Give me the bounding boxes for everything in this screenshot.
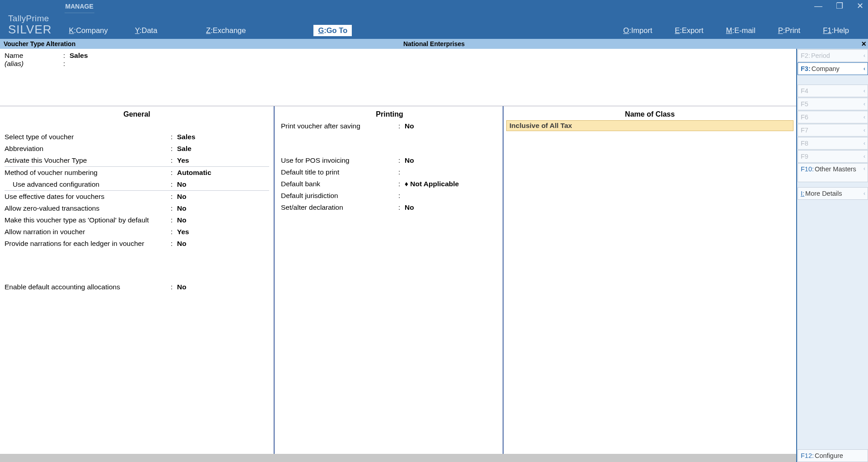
- row-optional[interactable]: Make this voucher type as 'Optional' by …: [5, 214, 269, 226]
- right-panel: F2:Period‹ F3:Company‹ F4‹ F5‹ F6‹ F7‹ F…: [797, 49, 868, 462]
- alias-label: (alias): [5, 60, 63, 68]
- subheader: Voucher Type Alteration National Enterpr…: [0, 39, 868, 49]
- rp-f3-company[interactable]: F3:Company‹: [798, 62, 868, 75]
- row-method[interactable]: Method of voucher numbering: Automatic: [5, 166, 269, 179]
- row-select-type[interactable]: Select type of voucher: Sales: [5, 131, 269, 143]
- close-icon[interactable]: ×: [861, 40, 866, 48]
- row-activate[interactable]: Activate this Voucher Type: Yes: [5, 155, 269, 166]
- main-area: Name : Sales (alias) : General Select ty…: [0, 49, 797, 462]
- menu-print[interactable]: P:Print: [774, 25, 805, 36]
- menu-email[interactable]: M:E-mail: [722, 25, 760, 36]
- app-name: TallyPrime: [8, 14, 52, 24]
- menu-data[interactable]: Y:Data: [131, 25, 162, 36]
- name-label: Name: [5, 52, 63, 60]
- app-brand: TallyPrime SILVER: [8, 14, 52, 36]
- company-name: National Enterprises: [403, 40, 465, 47]
- col-class: Name of Class Inclusive of All Tax: [504, 106, 796, 454]
- menu-help[interactable]: F1:Help: [818, 25, 854, 36]
- menu-import[interactable]: O:Import: [619, 25, 657, 36]
- row-default-alloc[interactable]: Enable default accounting allocations: N…: [5, 281, 269, 293]
- row-pos[interactable]: Use for POS invoicing: No: [281, 155, 498, 166]
- app-edition: SILVER: [8, 23, 52, 36]
- general-header: General: [5, 109, 269, 131]
- rp-f10-other-masters[interactable]: F10:Other Masters ‹: [798, 163, 868, 182]
- menu-export[interactable]: E:Export: [670, 25, 708, 36]
- rp-f8: F8‹: [798, 137, 868, 150]
- workspace: Name : Sales (alias) : General Select ty…: [0, 49, 868, 462]
- row-after-save[interactable]: Print voucher after saving: No: [281, 120, 498, 132]
- rp-f5: F5‹: [798, 98, 868, 110]
- rp-f6: F6‹: [798, 111, 868, 123]
- class-name-input[interactable]: Inclusive of All Tax: [506, 120, 793, 131]
- row-ledger-narr[interactable]: Provide narrations for each ledger in vo…: [5, 238, 269, 250]
- rp-f7: F7‹: [798, 124, 868, 137]
- menu-strip: K:Company Y:Data Z:Exchange G:Go To O:Im…: [65, 25, 864, 36]
- status-bar: [0, 454, 796, 462]
- row-jurisdiction[interactable]: Default jurisdiction:: [281, 190, 498, 202]
- col-general: General Select type of voucher: Sales Ab…: [0, 106, 275, 454]
- row-zero-val[interactable]: Allow zero-valued transactions: No: [5, 203, 269, 214]
- page-title: Voucher Type Alteration: [0, 40, 75, 47]
- row-eff-dates[interactable]: Use effective dates for vouchers: No: [5, 191, 269, 203]
- row-abbrev[interactable]: Abbreviation: Sale: [5, 143, 269, 155]
- row-declaration[interactable]: Set/alter declaration: No: [281, 202, 498, 213]
- manage-label[interactable]: MANAGE: [65, 3, 94, 13]
- rp-f12-configure[interactable]: F12:Configure: [798, 449, 868, 462]
- name-value[interactable]: Sales: [70, 52, 88, 60]
- col-printing: Printing Print voucher after saving: No …: [275, 106, 504, 454]
- menu-company[interactable]: K:Company: [65, 25, 112, 36]
- row-narration[interactable]: Allow narration in voucher: Yes: [5, 226, 269, 238]
- rp-f9: F9‹: [798, 150, 868, 163]
- row-title[interactable]: Default title to print:: [281, 166, 498, 178]
- columns: General Select type of voucher: Sales Ab…: [0, 106, 796, 454]
- menu-goto[interactable]: G:Go To: [313, 25, 352, 36]
- row-advanced[interactable]: Use advanced configuration: No: [5, 179, 269, 191]
- name-block: Name : Sales (alias) :: [0, 49, 796, 70]
- menu-exchange[interactable]: Z:Exchange: [201, 25, 250, 36]
- rp-f2-period: F2:Period‹: [798, 49, 868, 62]
- rp-more-details[interactable]: I:More Details‹: [798, 187, 868, 200]
- class-header: Name of Class: [505, 109, 794, 120]
- row-bank[interactable]: Default bank: ♦ Not Applicable: [281, 178, 498, 190]
- top-bar: TallyPrime SILVER MANAGE K:Company Y:Dat…: [0, 12, 868, 39]
- rp-f4: F4‹: [798, 85, 868, 97]
